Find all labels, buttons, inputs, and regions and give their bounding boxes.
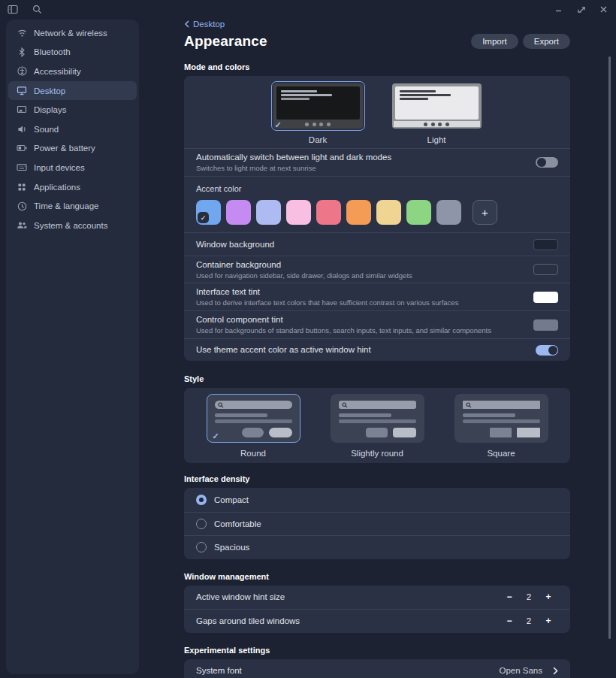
density-option-comfortable[interactable]: Comfortable	[184, 512, 570, 536]
wifi-icon	[17, 28, 27, 38]
style-slightly-round-label: Slightly round	[351, 449, 403, 458]
sidebar-item-desktop[interactable]: Desktop	[8, 81, 137, 101]
import-button[interactable]: Import	[471, 34, 518, 49]
density-spacious-label: Spacious	[214, 543, 249, 552]
sidebar-item-displays[interactable]: Displays	[8, 100, 137, 120]
display-icon	[17, 104, 27, 115]
export-button[interactable]: Export	[523, 34, 570, 49]
system-font-row[interactable]: System font Open Sans	[184, 659, 570, 678]
style-card: ✓ Round Slightly round Square	[184, 388, 570, 463]
tiled-gaps-row: Gaps around tiled windows − 2 +	[184, 609, 570, 633]
density-option-spacious[interactable]: Spacious	[184, 535, 570, 559]
vertical-scrollbar[interactable]	[608, 56, 611, 639]
magnifier-icon	[342, 402, 348, 408]
window-background-swatch[interactable]	[533, 239, 558, 250]
window-management-card: Active window hint size − 2 + Gaps aroun…	[184, 586, 570, 633]
breadcrumb[interactable]: Desktop	[184, 19, 570, 29]
sidebar-item-applications[interactable]: Applications	[8, 177, 137, 197]
accent-swatch-lavender[interactable]	[256, 200, 281, 225]
accent-hint-toggle[interactable]	[536, 345, 558, 356]
sidebar-item-network[interactable]: Network & wireless	[8, 23, 137, 43]
sidebar-item-power[interactable]: Power & battery	[8, 139, 137, 159]
container-background-label: Container background	[196, 260, 412, 270]
radio-selected-icon	[196, 495, 207, 505]
increment-button[interactable]: +	[539, 592, 558, 602]
radio-unselected-icon	[196, 542, 207, 552]
accent-swatch-purple[interactable]	[226, 200, 251, 225]
container-background-swatch[interactable]	[533, 264, 558, 275]
users-icon	[17, 220, 27, 231]
settings-sidebar: Network & wireless Bluetooth Accessibili…	[6, 20, 139, 674]
sidebar-item-input[interactable]: Input devices	[8, 158, 137, 177]
chevron-right-icon	[553, 667, 558, 675]
container-background-sublabel: Used for navigation sidebar, side drawer…	[196, 271, 412, 280]
decrement-button[interactable]: −	[500, 616, 519, 626]
sidebar-item-time[interactable]: Time & language	[8, 196, 137, 216]
section-heading-density: Interface density	[184, 474, 570, 483]
system-font-label: System font	[196, 666, 242, 676]
interface-text-tint-sublabel: Used to derive interface text colors tha…	[196, 298, 458, 307]
control-component-tint-swatch[interactable]	[533, 319, 558, 331]
density-card: Compact Comfortable Spacious	[184, 488, 570, 559]
sidebar-item-sound[interactable]: Sound	[8, 120, 137, 139]
style-option-round[interactable]: ✓	[207, 394, 300, 443]
light-mode-label: Light	[427, 135, 446, 144]
maximize-icon[interactable]	[576, 5, 586, 14]
accent-swatch-pink[interactable]	[286, 200, 311, 225]
add-accent-color-button[interactable]: +	[473, 200, 497, 225]
accent-hint-label: Use theme accent color as active window …	[196, 345, 371, 355]
dark-mode-option[interactable]: ✓	[271, 81, 365, 131]
window-background-label: Window background	[196, 240, 274, 250]
accent-swatch-blue[interactable]: ✓	[196, 200, 221, 225]
light-mode-option[interactable]	[390, 81, 484, 131]
tiled-gaps-label: Gaps around tiled windows	[196, 616, 300, 626]
magnifier-icon	[218, 402, 224, 408]
experimental-card: System font Open Sans Monospace font Not…	[184, 659, 570, 678]
close-icon[interactable]	[599, 5, 608, 14]
minimize-icon[interactable]	[554, 5, 563, 14]
bluetooth-icon	[17, 47, 27, 57]
style-option-slightly-round[interactable]	[331, 394, 424, 443]
window-titlebar	[0, 0, 616, 18]
sidebar-item-accounts[interactable]: System & accounts	[8, 216, 137, 235]
apps-grid-icon	[17, 182, 27, 192]
hint-size-row: Active window hint size − 2 +	[184, 586, 570, 610]
auto-switch-label: Automatically switch between light and d…	[196, 153, 391, 162]
decrement-button[interactable]: −	[500, 592, 519, 602]
sidebar-item-label: Sound	[34, 125, 59, 134]
plus-icon: +	[482, 206, 488, 219]
sidebar-toggle-icon[interactable]	[8, 4, 18, 14]
auto-switch-toggle[interactable]	[536, 157, 558, 168]
density-comfortable-label: Comfortable	[214, 519, 261, 528]
hint-size-label: Active window hint size	[196, 592, 285, 602]
increment-button[interactable]: +	[539, 616, 558, 626]
accent-swatch-red[interactable]	[316, 200, 341, 225]
style-option-square[interactable]	[454, 394, 548, 443]
sidebar-item-accessibility[interactable]: Accessibility	[8, 62, 137, 81]
accent-swatch-yellow[interactable]	[376, 200, 401, 225]
control-component-tint-sublabel: Used for backgrounds of standard buttons…	[196, 326, 491, 334]
hint-size-value: 2	[519, 592, 539, 601]
interface-text-tint-swatch[interactable]	[533, 292, 558, 303]
accent-swatch-green[interactable]	[406, 200, 431, 225]
clock-icon	[17, 201, 27, 211]
breadcrumb-label: Desktop	[193, 20, 225, 29]
search-icon[interactable]	[32, 4, 42, 14]
check-icon: ✓	[275, 120, 282, 130]
auto-switch-sublabel: Switches to light mode at next sunrise	[196, 164, 391, 172]
sidebar-item-bluetooth[interactable]: Bluetooth	[8, 43, 137, 62]
control-component-tint-label: Control component tint	[196, 315, 491, 325]
sidebar-item-label: Accessibility	[34, 67, 81, 76]
density-option-compact[interactable]: Compact	[184, 488, 570, 512]
sidebar-item-label: Bluetooth	[34, 47, 71, 56]
page-title: Appearance	[184, 33, 267, 50]
section-heading-mode: Mode and colors	[184, 62, 570, 71]
section-heading-window: Window management	[184, 572, 570, 581]
accent-swatch-orange[interactable]	[346, 200, 371, 225]
style-round-label: Round	[240, 449, 266, 458]
sidebar-item-label: Power & battery	[34, 144, 95, 153]
accent-swatch-gray[interactable]	[436, 200, 461, 225]
tiled-gaps-value: 2	[519, 616, 539, 625]
check-icon: ✓	[198, 212, 209, 223]
accessibility-icon	[17, 66, 27, 77]
